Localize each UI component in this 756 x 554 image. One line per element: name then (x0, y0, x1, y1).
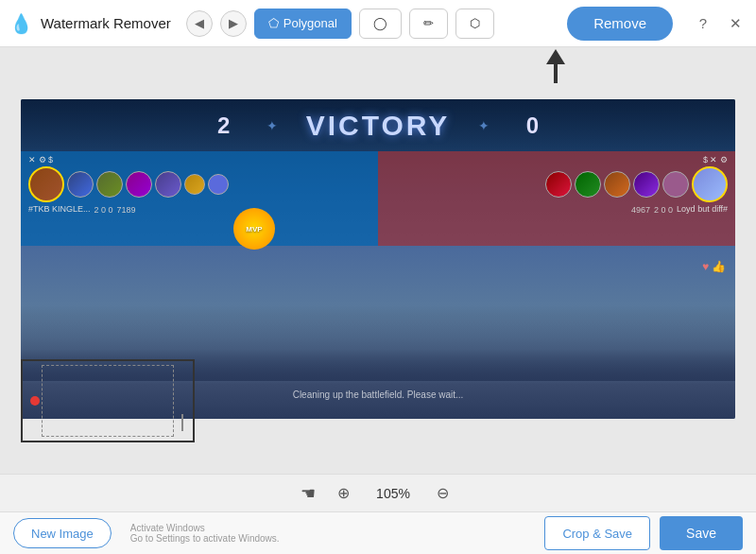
right-player-kda: 4967 (631, 205, 650, 215)
crop-save-button[interactable]: Crop & Save (544, 516, 650, 550)
nav-forward-button[interactable]: ▶ (220, 10, 247, 37)
left-team-avatars (28, 166, 370, 202)
star-decoration: ✦ (266, 118, 278, 133)
left-player-record: 2 0 0 (94, 205, 113, 215)
erase-tool-button[interactable]: ⬡ (455, 9, 494, 39)
right-team-avatars (545, 166, 728, 202)
erase-icon: ⬡ (470, 16, 480, 30)
zoom-level: 105% (372, 486, 415, 501)
left-items-label: ✕ ⚙ $ (28, 155, 53, 164)
lasso-tool-button[interactable]: ◯ (359, 9, 402, 39)
selection-handle[interactable] (30, 396, 40, 406)
app-title: Watermark Remover (41, 15, 171, 31)
nav-back-button[interactable]: ◀ (186, 10, 213, 37)
zoom-out-icon: ⊖ (437, 484, 449, 502)
pen-tool-button[interactable]: ✏ (409, 9, 448, 39)
left-avatar-6 (184, 174, 205, 195)
arrow-indicator (546, 49, 565, 83)
arrow-up-icon (546, 49, 565, 64)
thumbs-up-icon: 👍 (712, 260, 726, 273)
activate-line2: Go to Settings to activate Windows. (130, 533, 536, 544)
victory-banner: 2 ✦ VICTORY ✦ 0 (21, 99, 735, 151)
save-button[interactable]: Save (660, 516, 743, 550)
left-player-name: #TKB KINGLE... (28, 204, 91, 214)
pen-icon: ✏ (423, 16, 434, 30)
left-avatar-4 (126, 171, 152, 198)
zoom-in-icon: ⊕ (337, 484, 350, 502)
remove-button[interactable]: Remove (567, 7, 673, 41)
action-bar: New Image Activate Windows Go to Setting… (0, 511, 756, 554)
left-avatar-2 (67, 171, 94, 198)
left-avatar-7 (208, 174, 229, 195)
star-decoration-2: ✦ (478, 118, 490, 133)
right-avatar-4 (633, 171, 660, 198)
hand-tool-button[interactable]: ☚ (301, 483, 316, 504)
help-button[interactable]: ? (692, 12, 714, 35)
zoom-in-button[interactable]: ⊕ (331, 480, 357, 507)
score-panel: ✕ ⚙ $ #TKB KINGLE... 2 0 0 7189 (21, 151, 735, 246)
left-avatar-5 (155, 171, 181, 198)
mvp-badge: MVP (233, 208, 275, 250)
right-items-label: $ ✕ ⚙ (703, 155, 728, 164)
zoom-out-button[interactable]: ⊖ (430, 480, 456, 507)
victory-text: VICTORY (306, 110, 451, 142)
selection-box[interactable] (21, 359, 195, 442)
heart-icon: ♥ (702, 260, 709, 273)
selection-cursor (181, 414, 183, 431)
selection-dashed-border (42, 365, 174, 437)
score-left: 2 (210, 113, 238, 139)
team-right: $ ✕ ⚙ 4967 2 0 0 Loyd but diff# (378, 151, 735, 246)
team-left: ✕ ⚙ $ #TKB KINGLE... 2 0 0 7189 (21, 151, 378, 246)
new-image-button[interactable]: New Image (13, 518, 112, 548)
status-text: Cleaning up the battlefield. Please wait… (293, 390, 464, 400)
right-player-record: 2 0 0 (654, 205, 673, 215)
left-player-kda: 7189 (117, 205, 136, 215)
score-right: 0 (518, 113, 546, 139)
hearts-area: ♥ 👍 (702, 260, 726, 273)
right-avatar-3 (604, 171, 630, 198)
window-controls: ? ✕ (692, 12, 747, 35)
polygonal-icon: ⬠ (268, 16, 279, 30)
right-avatar-2 (575, 171, 601, 198)
right-player-name: Loyd but diff# (677, 204, 728, 214)
windows-activation-notice: Activate Windows Go to Settings to activ… (130, 523, 536, 544)
activate-line1: Activate Windows (130, 523, 536, 533)
right-avatar-1 (545, 171, 572, 198)
app-logo: 💧 (9, 12, 33, 35)
main-canvas: 2 ✦ VICTORY ✦ 0 ✕ ⚙ $ (0, 47, 756, 492)
lasso-icon: ◯ (373, 16, 387, 30)
left-main-avatar (28, 166, 64, 202)
title-bar: 💧 Watermark Remover ◀ ▶ ⬠ Polygonal ◯ ✏ … (0, 0, 756, 47)
arrow-shaft (554, 64, 558, 83)
right-avatar-5 (662, 171, 689, 198)
left-avatar-3 (96, 171, 123, 198)
right-main-avatar (692, 166, 728, 202)
close-button[interactable]: ✕ (724, 12, 747, 35)
zoom-bar: ☚ ⊕ 105% ⊖ (0, 474, 756, 511)
polygonal-tool-button[interactable]: ⬠ Polygonal (254, 9, 352, 39)
